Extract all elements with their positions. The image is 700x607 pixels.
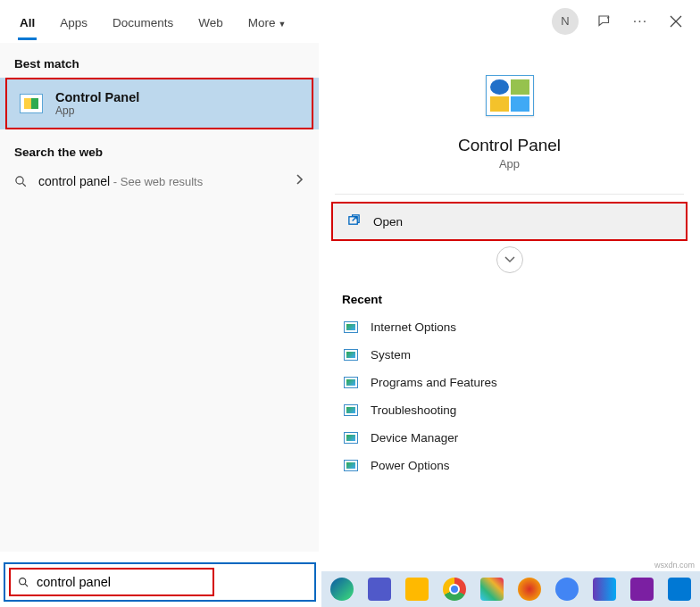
settings-item-icon bbox=[344, 349, 358, 361]
taskbar-outlook-icon[interactable] bbox=[668, 578, 691, 601]
taskbar-app-icon[interactable] bbox=[555, 578, 579, 601]
settings-item-icon bbox=[344, 404, 358, 416]
result-title: Control Panel bbox=[55, 90, 139, 104]
control-panel-icon bbox=[20, 94, 43, 113]
recent-item[interactable]: Troubleshooting bbox=[335, 396, 684, 424]
web-term: control panel bbox=[38, 174, 110, 188]
tab-apps[interactable]: Apps bbox=[47, 4, 100, 38]
tab-web[interactable]: Web bbox=[186, 4, 236, 38]
settings-item-icon bbox=[344, 321, 358, 333]
best-match-label: Best match bbox=[0, 43, 319, 76]
search-input[interactable] bbox=[37, 575, 205, 589]
close-icon[interactable] bbox=[666, 12, 686, 31]
web-hint: - See web results bbox=[110, 175, 203, 188]
control-panel-large-icon bbox=[486, 75, 534, 116]
tabs: All Apps Documents Web More▼ bbox=[7, 4, 299, 38]
open-icon bbox=[347, 213, 361, 230]
recent-item[interactable]: Device Manager bbox=[335, 424, 684, 452]
open-label: Open bbox=[373, 215, 403, 229]
detail-title: Control Panel bbox=[458, 136, 561, 155]
taskbar-chrome-icon[interactable] bbox=[443, 578, 466, 601]
top-actions: N ··· bbox=[552, 8, 693, 35]
taskbar-explorer-icon[interactable] bbox=[405, 578, 429, 601]
tab-more[interactable]: More▼ bbox=[236, 4, 299, 38]
tab-all[interactable]: All bbox=[7, 4, 47, 38]
search-box-outer bbox=[4, 562, 316, 602]
svg-point-2 bbox=[16, 176, 23, 183]
recent-item[interactable]: System bbox=[335, 341, 684, 369]
svg-point-5 bbox=[20, 578, 26, 584]
more-options-icon[interactable]: ··· bbox=[630, 12, 650, 31]
settings-item-icon bbox=[344, 377, 358, 388]
best-match-result[interactable]: Control Panel App bbox=[5, 78, 313, 129]
taskbar-teams-icon[interactable] bbox=[368, 578, 391, 601]
detail-pane: Control Panel App Open Recent Internet O… bbox=[319, 43, 700, 552]
taskbar bbox=[321, 571, 700, 607]
chevron-right-icon bbox=[296, 173, 304, 189]
taskbar-app-icon[interactable] bbox=[593, 578, 616, 601]
settings-item-icon bbox=[344, 460, 358, 471]
expand-button[interactable] bbox=[496, 246, 523, 273]
tab-documents[interactable]: Documents bbox=[100, 4, 186, 38]
result-subtitle: App bbox=[55, 104, 139, 117]
settings-item-icon bbox=[344, 432, 358, 444]
svg-line-3 bbox=[22, 183, 25, 186]
search-icon bbox=[14, 175, 28, 188]
recent-item[interactable]: Internet Options bbox=[335, 313, 684, 341]
user-avatar[interactable]: N bbox=[552, 8, 579, 35]
web-result[interactable]: control panel - See web results bbox=[0, 164, 319, 198]
detail-subtitle: App bbox=[499, 157, 520, 170]
chevron-down-icon: ▼ bbox=[279, 20, 287, 29]
recent-item[interactable]: Programs and Features bbox=[335, 369, 684, 396]
taskbar-slack-icon[interactable] bbox=[480, 578, 504, 601]
svg-line-6 bbox=[25, 584, 28, 586]
search-icon bbox=[18, 576, 29, 589]
feedback-icon[interactable] bbox=[595, 12, 614, 31]
taskbar-app-icon[interactable] bbox=[630, 578, 654, 601]
results-pane: Best match Control Panel App Search the … bbox=[0, 43, 319, 552]
search-web-label: Search the web bbox=[0, 131, 319, 164]
taskbar-edge-icon[interactable] bbox=[330, 578, 354, 601]
search-box[interactable] bbox=[9, 568, 214, 596]
open-action[interactable]: Open bbox=[333, 204, 686, 239]
recent-list: Internet Options System Programs and Fea… bbox=[319, 313, 700, 479]
recent-item[interactable]: Power Options bbox=[335, 452, 684, 479]
divider bbox=[335, 194, 684, 195]
recent-label: Recent bbox=[319, 284, 700, 313]
taskbar-app-icon[interactable] bbox=[518, 578, 541, 601]
search-tabs-bar: All Apps Documents Web More▼ N ··· bbox=[0, 0, 700, 43]
